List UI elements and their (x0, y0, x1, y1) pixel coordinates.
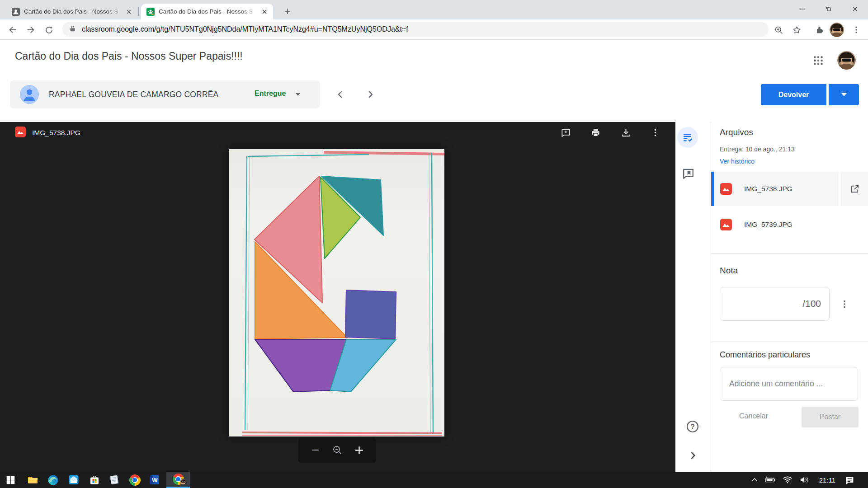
action-center-icon[interactable] (844, 475, 855, 485)
screen: Cartão do Dia dos Pais - Nossos S Cartão… (0, 0, 868, 488)
comment-field (720, 367, 858, 401)
private-comments-heading: Comentários particulares (720, 350, 810, 360)
google-apps-grid-icon[interactable] (812, 55, 824, 66)
grade-field: /100 (720, 287, 830, 321)
previous-student-button[interactable] (330, 84, 351, 105)
file-name: IMG_5738.JPG (744, 185, 793, 193)
file-row-selected[interactable]: IMG_5738.JPG (711, 172, 839, 206)
chevron-down-icon (296, 93, 300, 96)
submission-timestamp: Entrega: 10 de ago., 21:13 (720, 145, 795, 153)
battery-charging-icon[interactable] (764, 475, 777, 484)
refresh-button[interactable] (41, 22, 57, 38)
print-icon[interactable] (589, 126, 602, 139)
divider (711, 253, 868, 253)
back-button[interactable] (5, 22, 20, 38)
file-name: IMG_5739.JPG (744, 221, 793, 229)
grade-heading: Nota (720, 266, 738, 276)
edge-browser-icon[interactable] (47, 474, 59, 486)
zoom-page-icon[interactable] (771, 22, 786, 38)
tab-divider (138, 7, 139, 16)
tab1-close-icon[interactable] (125, 8, 133, 16)
collapse-panel-chevron-icon[interactable] (686, 449, 699, 462)
browser-tab-bar: Cartão do Dia dos Pais - Nossos S Cartão… (0, 0, 868, 19)
download-icon[interactable] (619, 126, 632, 139)
chevron-down-icon (841, 93, 847, 96)
zoom-in-plus-button[interactable] (351, 442, 367, 458)
window-minimize-button[interactable] (789, 0, 816, 18)
bookmark-star-icon[interactable] (789, 22, 804, 38)
window-close-button[interactable] (842, 0, 868, 18)
tab2-classroom-favicon-icon (146, 8, 155, 16)
zoom-magnifier-icon[interactable] (330, 442, 345, 458)
image-zoom-bar (298, 437, 376, 463)
viewer-filename: IMG_5738.JPG (32, 129, 80, 137)
open-in-new-icon[interactable] (840, 172, 868, 206)
chrome-icon[interactable] (129, 474, 141, 486)
student-name: RAPHAEL GOUVEIA DE CAMARGO CORRÊA (49, 90, 218, 99)
browser-menu-dots-icon[interactable] (849, 22, 864, 38)
return-dropdown-button[interactable] (829, 84, 859, 105)
notepad-icon[interactable] (108, 474, 120, 486)
browser-tab-1[interactable]: Cartão do Dia dos Pais - Nossos S (6, 4, 137, 19)
windows-taskbar: W 21:11 (0, 472, 868, 488)
return-button[interactable]: Devolver (761, 84, 826, 105)
word-icon[interactable]: W (149, 474, 160, 486)
viewer-more-dots-icon[interactable] (648, 126, 662, 139)
status-badge: Entregue (255, 89, 286, 98)
status-dropdown[interactable]: Entregue (255, 89, 300, 98)
svg-text:W: W (152, 477, 158, 483)
clock[interactable]: 21:11 (816, 476, 838, 484)
chrome-profile-badge (180, 479, 186, 485)
student-selector[interactable]: RAPHAEL GOUVEIA DE CAMARGO CORRÊA Entreg… (10, 80, 320, 108)
file-explorer-icon[interactable] (27, 474, 38, 486)
view-history-link[interactable]: Ver histórico (720, 158, 755, 165)
microsoft-store-icon[interactable] (89, 474, 100, 486)
address-bar[interactable]: classroom.google.com/g/tg/NTU5NTg0Njg5ND… (62, 22, 769, 37)
divider (711, 342, 868, 342)
student-avatar (20, 85, 39, 104)
forward-button[interactable] (23, 22, 38, 38)
image-file-icon (15, 127, 26, 139)
zoom-out-minus-button[interactable] (308, 442, 323, 458)
lock-icon (69, 25, 76, 34)
tab1-people-favicon-icon (12, 8, 20, 16)
tab2-close-icon[interactable] (260, 8, 269, 16)
grading-sidebar: Arquivos Entrega: 10 de ago., 21:13 Ver … (711, 122, 868, 472)
student-bar: RAPHAEL GOUVEIA DE CAMARGO CORRÊA Entreg… (0, 80, 868, 108)
svg-text:?: ? (690, 423, 695, 431)
grade-menu-dots-icon[interactable] (840, 299, 849, 309)
volume-icon[interactable] (799, 475, 811, 484)
window-maximize-button[interactable] (816, 0, 842, 18)
files-heading: Arquivos (720, 127, 753, 137)
file-viewer: IMG_5738.JPG (0, 122, 675, 472)
comment-bank-icon[interactable] (681, 166, 695, 181)
file-row[interactable]: IMG_5739.JPG (711, 211, 868, 239)
account-avatar[interactable] (837, 51, 856, 70)
add-comment-icon[interactable] (559, 126, 572, 139)
selected-file-indicator (711, 172, 714, 206)
grading-panel-tab-active[interactable] (677, 127, 698, 148)
tab1-title: Cartão do Dia dos Pais - Nossos S (24, 8, 122, 15)
chrome-active-window[interactable] (166, 472, 190, 488)
browser-profile-avatar[interactable] (829, 22, 844, 38)
cancel-button[interactable]: Cancelar (739, 412, 768, 420)
new-tab-button[interactable] (281, 5, 294, 18)
grading-tools-strip: ? (675, 122, 711, 472)
help-icon[interactable]: ? (685, 419, 700, 434)
mail-icon[interactable] (68, 474, 80, 486)
tab2-title: Cartão do Dia dos Pais - Nossos S (159, 8, 258, 15)
show-hidden-icons-chevron[interactable] (749, 475, 760, 484)
comment-input[interactable] (720, 367, 858, 400)
browser-toolbar: classroom.google.com/g/tg/NTU5NTg0Njg5ND… (0, 19, 868, 40)
next-student-button[interactable] (360, 84, 381, 105)
image-file-icon (720, 183, 732, 195)
post-button[interactable]: Postar (802, 407, 859, 427)
browser-tab-2-active[interactable]: Cartão do Dia dos Pais - Nossos S (141, 4, 273, 19)
wifi-icon[interactable] (782, 475, 793, 484)
start-button[interactable] (5, 474, 16, 486)
grade-input[interactable] (725, 292, 793, 317)
page-title: Cartão do Dia dos Pais - Nossos Super Pa… (15, 50, 243, 62)
extensions-puzzle-icon[interactable] (812, 22, 827, 38)
classroom-header: Cartão do Dia dos Pais - Nossos Super Pa… (0, 40, 868, 80)
image-file-icon (720, 219, 732, 230)
